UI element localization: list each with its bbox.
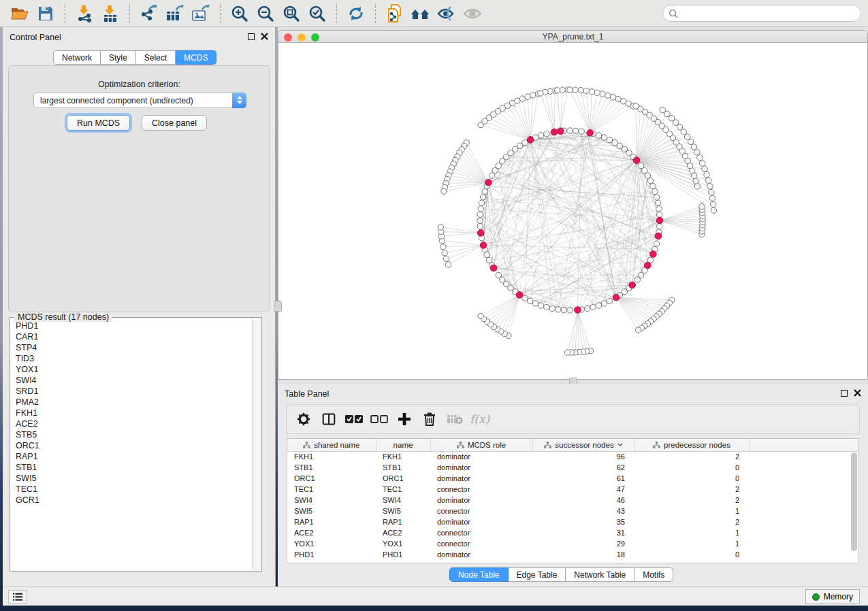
export-image-button[interactable] xyxy=(189,3,213,24)
network-node[interactable] xyxy=(585,306,590,311)
mcds-result-item[interactable]: STB5 xyxy=(16,429,251,440)
table-row[interactable]: ORC1ORC1dominator610 xyxy=(287,473,859,484)
mcds-node[interactable] xyxy=(655,233,662,240)
network-node[interactable] xyxy=(554,88,560,93)
mcds-result-list[interactable]: PHD1CAR1STP4TID3YOX1SWI4SRD1PMA2FKH1ACE2… xyxy=(11,319,251,569)
network-node[interactable] xyxy=(573,128,578,133)
table-row[interactable]: RAP1RAP1dominator352 xyxy=(287,516,859,527)
mcds-node[interactable] xyxy=(480,242,487,249)
network-node[interactable] xyxy=(478,122,483,127)
deselect-all-button[interactable] xyxy=(368,408,391,431)
clone-network-button[interactable] xyxy=(383,3,407,24)
search-input[interactable] xyxy=(681,8,855,19)
network-node[interactable] xyxy=(652,188,658,194)
table-row[interactable]: SWI5SWI5connector431 xyxy=(287,506,859,516)
run-mcds-button[interactable]: Run MCDS xyxy=(67,115,130,131)
network-node[interactable] xyxy=(443,256,449,261)
network-node[interactable] xyxy=(684,134,690,139)
network-window-titlebar[interactable]: YPA_prune.txt_1 xyxy=(278,31,867,43)
tab-network[interactable]: Network xyxy=(53,50,101,65)
network-node[interactable] xyxy=(567,308,573,313)
network-node[interactable] xyxy=(484,252,489,257)
zoom-in-button[interactable] xyxy=(227,3,252,24)
network-node[interactable] xyxy=(438,225,443,230)
import-network-button[interactable] xyxy=(72,3,97,24)
network-node[interactable] xyxy=(660,107,665,112)
column-header-shared-name[interactable]: shared name xyxy=(287,439,376,451)
criterion-dropdown[interactable]: largest connected component (undirected) xyxy=(33,93,246,108)
table-row[interactable]: TEC1TEC1connector472 xyxy=(287,484,859,495)
network-node[interactable] xyxy=(657,212,662,217)
table-row[interactable]: PHD1PHD1dominator180 xyxy=(287,549,859,560)
network-node[interactable] xyxy=(707,184,713,189)
close-panel-button[interactable]: Close panel xyxy=(142,115,207,131)
network-node[interactable] xyxy=(664,111,670,116)
network-node[interactable] xyxy=(477,218,483,223)
network-node[interactable] xyxy=(489,173,494,178)
network-node[interactable] xyxy=(704,171,709,177)
network-node[interactable] xyxy=(578,87,583,93)
mcds-node[interactable] xyxy=(477,230,484,237)
network-node[interactable] xyxy=(710,201,716,207)
network-node[interactable] xyxy=(478,206,483,212)
zoom-selected-button[interactable] xyxy=(305,3,329,24)
mcds-node[interactable] xyxy=(490,265,497,271)
network-node[interactable] xyxy=(694,184,700,189)
network-node[interactable] xyxy=(699,161,705,166)
network-node[interactable] xyxy=(691,144,696,150)
show-columns-button[interactable] xyxy=(317,408,340,431)
network-node[interactable] xyxy=(711,208,716,213)
network-node[interactable] xyxy=(699,203,705,209)
zoom-out-button[interactable] xyxy=(253,3,278,24)
network-node[interactable] xyxy=(657,223,662,229)
network-node[interactable] xyxy=(655,200,660,205)
table-row[interactable]: STB1STB1dominator620 xyxy=(287,462,859,473)
network-node[interactable] xyxy=(567,128,573,133)
function-builder-button[interactable]: f(x) xyxy=(468,408,492,431)
mcds-node[interactable] xyxy=(613,294,620,301)
network-node[interactable] xyxy=(596,303,601,308)
mcds-result-item[interactable]: TID3 xyxy=(16,353,251,364)
network-node[interactable] xyxy=(610,95,615,100)
network-node[interactable] xyxy=(478,313,483,318)
network-node[interactable] xyxy=(589,89,594,95)
network-node[interactable] xyxy=(544,131,549,136)
network-node[interactable] xyxy=(654,195,659,200)
network-node[interactable] xyxy=(688,139,693,144)
network-node[interactable] xyxy=(556,307,561,312)
tab-motifs[interactable]: Motifs xyxy=(634,567,673,582)
mcds-result-item[interactable]: TEC1 xyxy=(16,484,251,495)
mcds-node[interactable] xyxy=(656,217,663,224)
network-node[interactable] xyxy=(702,166,707,171)
mcds-node[interactable] xyxy=(645,262,652,269)
select-all-button[interactable] xyxy=(342,408,366,431)
network-node[interactable] xyxy=(532,301,538,306)
mcds-result-item[interactable]: CAR1 xyxy=(16,331,251,342)
network-node[interactable] xyxy=(440,244,446,249)
network-node[interactable] xyxy=(482,188,487,194)
network-node[interactable] xyxy=(635,327,641,333)
add-column-button[interactable] xyxy=(393,408,416,431)
network-node[interactable] xyxy=(654,241,659,246)
mcds-result-item[interactable]: FKH1 xyxy=(16,408,251,418)
network-node[interactable] xyxy=(607,298,612,303)
network-node[interactable] xyxy=(607,137,612,142)
network-node[interactable] xyxy=(697,155,703,161)
network-node[interactable] xyxy=(561,308,566,313)
network-node[interactable] xyxy=(639,163,644,168)
mcds-node[interactable] xyxy=(587,130,594,137)
mcds-result-item[interactable]: ACE2 xyxy=(16,418,251,429)
network-node[interactable] xyxy=(612,139,617,145)
mcds-node[interactable] xyxy=(551,129,558,135)
network-graph[interactable] xyxy=(278,44,867,380)
network-node[interactable] xyxy=(709,195,715,201)
network-node[interactable] xyxy=(530,93,536,98)
network-node[interactable] xyxy=(573,87,578,93)
mcds-result-item[interactable]: STB1 xyxy=(16,462,251,473)
tab-style[interactable]: Style xyxy=(101,50,136,65)
network-node[interactable] xyxy=(564,350,570,355)
mcds-result-item[interactable]: SWI5 xyxy=(16,473,251,484)
table-settings-button[interactable] xyxy=(292,408,315,431)
network-node[interactable] xyxy=(538,133,543,138)
delete-column-button[interactable] xyxy=(418,408,441,431)
